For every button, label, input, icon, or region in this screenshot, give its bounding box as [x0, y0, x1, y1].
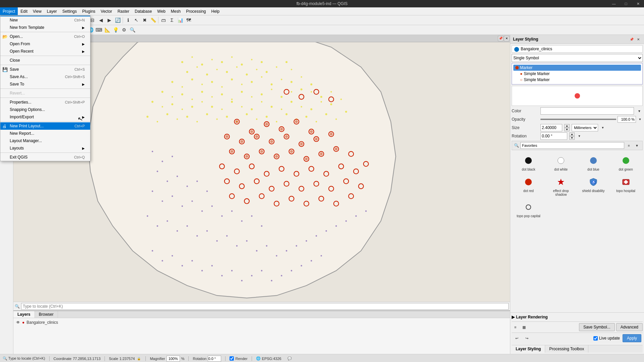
color-btn-2[interactable]: ▼ — [636, 107, 643, 115]
refresh-button[interactable]: 🔄 — [114, 16, 122, 24]
symbol-effect-drop-shadow[interactable]: effect drop shadow — [545, 174, 577, 198]
magnifier-input[interactable] — [167, 356, 180, 362]
map-close-button[interactable]: ✕ — [504, 36, 509, 41]
symbol-dot-blue[interactable]: dot blue — [578, 153, 609, 173]
georef-button[interactable]: 🗺 — [185, 16, 193, 24]
panel-tool-2[interactable]: ▦ — [520, 323, 528, 331]
save-symbol-button[interactable]: Save Symbol... — [579, 323, 615, 331]
fav-add-btn[interactable]: ▼ — [634, 142, 640, 149]
marker-child-2[interactable]: ○ Simple Marker — [513, 77, 641, 83]
menu-project[interactable]: Project — [0, 7, 18, 15]
rotation-down-btn[interactable]: ▼ — [569, 136, 575, 140]
size-options-btn[interactable]: ▼ — [600, 124, 605, 131]
render-checkbox[interactable] — [230, 356, 234, 361]
tab-browser[interactable]: Browser — [35, 311, 58, 318]
dd-item-layouts[interactable]: Layouts ▶ — [0, 144, 90, 152]
console-btn[interactable]: ⌨ — [95, 26, 103, 34]
dd-item-new-report[interactable]: New Report... — [0, 130, 90, 137]
symbol-dot-green[interactable]: dot green — [610, 153, 641, 173]
rp-tab-layer-styling[interactable]: Layer Styling — [512, 345, 545, 353]
size-up-btn[interactable]: ▲ — [564, 124, 570, 128]
rotation-options-btn[interactable]: ▼ — [577, 132, 582, 140]
tab-layers[interactable]: Layers — [13, 311, 35, 318]
menu-vector[interactable]: Vector — [98, 7, 115, 15]
dd-item-save-to[interactable]: Save To ▶ — [0, 80, 90, 88]
redo-style-btn[interactable]: ↪ — [523, 335, 530, 342]
size-input[interactable] — [540, 124, 562, 131]
minimize-button[interactable]: — — [608, 0, 620, 7]
rotation-status-input[interactable] — [208, 356, 221, 362]
locate-input[interactable] — [21, 303, 509, 310]
dd-item-layout-manager[interactable]: Layout Manager... — [0, 137, 90, 144]
menu-database[interactable]: Database — [132, 7, 154, 15]
dd-item-new[interactable]: New Ctrl+N — [0, 16, 90, 24]
dd-item-save-as[interactable]: Save As... Ctrl+Shift+S — [0, 73, 90, 80]
layer-item[interactable]: 👁 ● Bangalore_clinics — [15, 319, 509, 325]
layer-visibility-icon[interactable]: 👁 — [16, 320, 20, 325]
rp-tab-processing-toolbox[interactable]: Processing Toolbox — [545, 345, 588, 353]
geoprocessing-btn[interactable]: ⚙ — [120, 26, 128, 34]
size-unit-select[interactable]: Millimeters — [572, 124, 598, 131]
menu-raster[interactable]: Raster — [115, 7, 132, 15]
menu-view[interactable]: View — [30, 7, 44, 15]
identify-button[interactable]: ℹ — [124, 16, 132, 24]
measure-button[interactable]: 📏 — [149, 16, 157, 24]
dd-item-properties[interactable]: Properties... Ctrl+Shift+P — [0, 99, 90, 106]
rotation-input[interactable] — [540, 132, 567, 140]
panel-close-button[interactable]: ✕ — [635, 36, 641, 42]
rotation-up-btn[interactable]: ▲ — [569, 132, 575, 136]
map-tips-btn[interactable]: 💡 — [112, 26, 120, 34]
layout-btn[interactable]: 📐 — [103, 26, 111, 34]
opacity-btn[interactable]: ▼ — [637, 116, 643, 123]
menu-layer[interactable]: Layer — [44, 7, 60, 15]
menu-processing[interactable]: Processing — [183, 7, 208, 15]
select-button[interactable]: ↖ — [132, 16, 140, 24]
dd-item-save[interactable]: 💾 Save Ctrl+S — [0, 66, 90, 73]
size-down-btn[interactable]: ▼ — [564, 128, 570, 131]
opacity-input[interactable] — [618, 116, 636, 123]
messages-btn[interactable]: 💬 — [285, 355, 294, 362]
menu-mesh[interactable]: Mesh — [168, 7, 183, 15]
menu-help[interactable]: Help — [209, 7, 222, 15]
advanced-button[interactable]: Advanced — [616, 323, 643, 331]
menu-edit[interactable]: Edit — [18, 7, 30, 15]
marker-item-selected[interactable]: Marker — [513, 65, 641, 71]
fav-options-btn[interactable]: ≡ — [626, 142, 632, 149]
symbol-type-select[interactable]: Single Symbol — [512, 54, 643, 62]
symbol-dot-black[interactable]: dot black — [513, 153, 544, 173]
dd-item-open-recent[interactable]: Open Recent ▶ — [0, 48, 90, 55]
dd-item-new-template[interactable]: New from Template ▶ — [0, 24, 90, 31]
menu-settings[interactable]: Settings — [60, 7, 79, 15]
live-update-checkbox[interactable] — [593, 336, 598, 341]
symbol-topo-pop-capital[interactable]: topo pop capital — [513, 199, 544, 220]
menu-plugins[interactable]: Plugins — [79, 7, 98, 15]
marker-child-1[interactable]: ● Simple Marker — [513, 71, 641, 77]
dd-item-open-from[interactable]: Open From ▶ — [0, 40, 90, 48]
symbol-dot-white[interactable]: dot white — [545, 153, 577, 173]
panel-pin-button[interactable]: 📌 — [629, 36, 635, 42]
undo-style-btn[interactable]: ↩ — [513, 335, 520, 342]
layer-rendering-header[interactable]: ▶ Layer Rendering — [512, 314, 643, 320]
apply-button[interactable]: Apply — [623, 334, 641, 342]
dd-item-import-export[interactable]: Import/Export ▶ — [0, 113, 90, 121]
dd-item-close[interactable]: Close — [0, 57, 90, 64]
favorites-search-input[interactable] — [520, 142, 624, 149]
symbol-shield-disability[interactable]: ♿ shield disability — [578, 174, 609, 198]
symbol-dot-red[interactable]: dot red — [513, 174, 544, 198]
dd-item-new-print[interactable]: 🖨 New Print Layout... Ctrl+P — [0, 122, 90, 130]
deselect-button[interactable]: ✖ — [141, 16, 149, 24]
locator-btn[interactable]: 🔍 — [128, 26, 136, 34]
dd-item-open[interactable]: 📂 Open... Ctrl+O — [0, 33, 90, 40]
attr-table-button[interactable]: 🗃 — [159, 16, 168, 24]
scale-lock-btn[interactable]: 🔒 — [136, 356, 141, 361]
menu-web[interactable]: Web — [154, 7, 168, 15]
close-button[interactable]: ✕ — [632, 0, 644, 7]
zoom-prev-button[interactable]: ◀ — [97, 16, 105, 24]
map-pin-button[interactable]: 📌 — [498, 36, 503, 41]
symbol-topo-hospital[interactable]: topo hospital — [610, 174, 641, 198]
color-picker[interactable] — [540, 107, 634, 115]
dd-item-snapping[interactable]: Snapping Options... — [0, 106, 90, 113]
dd-item-exit[interactable]: Exit QGIS Ctrl+Q — [0, 154, 90, 161]
zoom-next-button[interactable]: ▶ — [105, 16, 113, 24]
stat-button[interactable]: Σ — [168, 16, 176, 24]
